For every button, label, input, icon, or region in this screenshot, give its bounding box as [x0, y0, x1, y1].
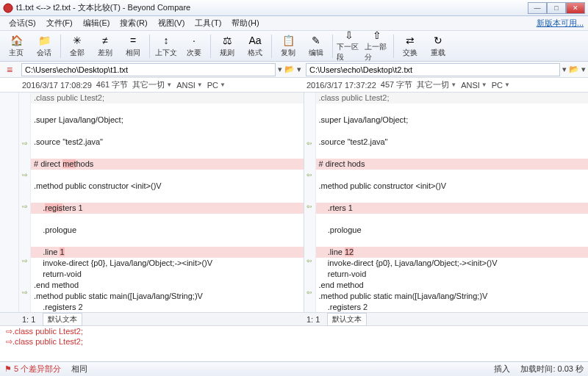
code-line[interactable]: .method public constructor <init>()V: [31, 181, 304, 192]
menu-view[interactable]: 视图(V): [154, 16, 190, 30]
code-line[interactable]: .end method: [316, 280, 589, 291]
code-line[interactable]: [316, 148, 589, 159]
dropdown-icon[interactable]: ▾: [562, 65, 567, 74]
code-line[interactable]: invoke-direct {p0}, Ljava/lang/Object;->…: [31, 258, 304, 269]
code-line[interactable]: .method public static main([Ljava/lang/S…: [31, 291, 304, 302]
browse-icon[interactable]: 📂: [284, 65, 295, 74]
all-button[interactable]: ✳全部: [64, 32, 90, 60]
code-line[interactable]: [31, 170, 304, 181]
minimize-button[interactable]: —: [528, 2, 547, 14]
code-line[interactable]: # direct methods: [31, 159, 304, 170]
code-line[interactable]: [316, 126, 589, 137]
right-enc1-dropdown[interactable]: ANSI▼: [461, 81, 487, 90]
code-line[interactable]: .method public constructor <init>()V: [316, 181, 589, 192]
menu-file[interactable]: 文件(F): [42, 16, 77, 30]
menu-search[interactable]: 搜索(R): [115, 16, 151, 30]
diff-button[interactable]: ≠差别: [92, 32, 118, 60]
merge-preview[interactable]: ⇨.class public Ltest2; ⇨.class public Lt…: [0, 326, 588, 361]
code-line[interactable]: return-void: [31, 269, 304, 280]
code-line[interactable]: .super Ljava/lang/Object;: [316, 115, 589, 126]
browse-icon[interactable]: 📂: [569, 65, 579, 74]
dropdown-icon[interactable]: ▾: [581, 65, 586, 74]
separator: [210, 35, 211, 58]
menu-session[interactable]: 会话(S): [4, 16, 40, 30]
left-enc2-dropdown[interactable]: PC▼: [207, 81, 226, 90]
right-encoding-label[interactable]: 默认文本: [327, 313, 367, 326]
code-line[interactable]: [31, 126, 304, 137]
diff-marker-icon: [304, 218, 315, 226]
menu-help[interactable]: 帮助(H): [227, 16, 263, 30]
code-line[interactable]: return-void: [316, 269, 589, 280]
context-button[interactable]: ↕上下文: [153, 32, 179, 60]
diff-marker-icon: [19, 163, 30, 171]
diff-marker-icon: [19, 187, 30, 195]
code-line[interactable]: # direct hods: [316, 159, 589, 170]
right-path-input[interactable]: [306, 63, 560, 76]
code-line[interactable]: .line 12: [316, 247, 589, 258]
code-line[interactable]: .super Ljava/lang/Object;: [31, 115, 304, 126]
next-section-button[interactable]: ⇩下一区段: [336, 32, 362, 60]
code-line[interactable]: .registers 2: [31, 302, 304, 312]
code-line[interactable]: .registers 2: [316, 302, 589, 312]
swap-button[interactable]: ⇄交换: [397, 32, 423, 60]
compare-mode-icon[interactable]: ≡: [0, 64, 19, 76]
close-button[interactable]: ✕: [566, 2, 585, 14]
prev-part-button[interactable]: ⇧上一部分: [364, 32, 390, 60]
rules-button[interactable]: ⚖规则: [214, 32, 240, 60]
code-line[interactable]: [316, 236, 589, 247]
diff-marker-icon: [19, 116, 30, 124]
left-encoding-label[interactable]: 默认文本: [43, 313, 82, 326]
code-line[interactable]: [316, 170, 589, 181]
edit-button[interactable]: ✎编辑: [303, 32, 329, 60]
update-link[interactable]: 新版本可用...: [537, 18, 584, 29]
diff-marker-icon: [19, 124, 30, 132]
code-line[interactable]: [316, 214, 589, 225]
diff-marker-icon: [19, 272, 30, 281]
reload-button[interactable]: ↻重载: [425, 32, 451, 60]
minor-button[interactable]: ·次要: [181, 32, 207, 60]
copy-button[interactable]: 📋复制: [275, 32, 301, 60]
same-button[interactable]: =相同: [120, 32, 146, 60]
session-button[interactable]: 📁会话: [31, 32, 57, 60]
code-line[interactable]: [31, 148, 304, 159]
left-path-input[interactable]: [21, 63, 276, 76]
menu-edit[interactable]: 编辑(E): [79, 16, 115, 30]
menu-tools[interactable]: 工具(T): [190, 16, 226, 30]
code-line[interactable]: [31, 104, 304, 115]
code-line[interactable]: .end method: [31, 280, 304, 291]
overview-gutter[interactable]: [0, 93, 19, 312]
home-button[interactable]: 🏠主页: [3, 32, 29, 60]
dropdown-icon[interactable]: ▾: [278, 65, 282, 74]
dropdown-icon[interactable]: ▾: [297, 65, 301, 74]
maximize-button[interactable]: □: [547, 2, 566, 14]
separator: [393, 35, 394, 58]
code-line[interactable]: .line 1: [31, 247, 304, 258]
format-button[interactable]: Aa格式: [242, 32, 268, 60]
left-enc1-dropdown[interactable]: ANSI▼: [176, 81, 203, 90]
code-line[interactable]: .class public Ltest2;: [31, 93, 304, 104]
code-line[interactable]: .prologue: [31, 225, 304, 236]
code-line[interactable]: .rters 1: [316, 203, 589, 214]
right-enc2-dropdown[interactable]: PC▼: [492, 81, 510, 90]
right-code[interactable]: .class public Ltest2;.super Ljava/lang/O…: [316, 93, 589, 312]
code-line[interactable]: [31, 236, 304, 247]
code-line[interactable]: .source "test2.java": [316, 137, 589, 148]
code-line[interactable]: .class public Ltest2;: [316, 93, 589, 104]
left-other-dropdown[interactable]: 其它一切▼: [132, 79, 172, 90]
code-line[interactable]: invoke-direct {p0}, Ljava/lang/Object;->…: [316, 258, 589, 269]
diff-marker-icon: [19, 218, 30, 226]
right-date: 2016/3/17 17:37:22: [306, 81, 376, 90]
left-code[interactable]: .class public Ltest2;.super Ljava/lang/O…: [31, 93, 304, 312]
copy-icon: 📋: [282, 34, 295, 47]
code-line[interactable]: [31, 214, 304, 225]
code-line[interactable]: .source "test2.java": [31, 137, 304, 148]
code-line[interactable]: .prologue: [316, 225, 589, 236]
right-other-dropdown[interactable]: 其它一切▼: [417, 79, 456, 90]
code-line[interactable]: .registers 1: [31, 203, 304, 214]
code-line[interactable]: .method public static main([Ljava/lang/S…: [316, 291, 589, 302]
code-line[interactable]: [316, 104, 589, 115]
code-line[interactable]: [31, 192, 304, 203]
edit-icon: ✎: [309, 34, 323, 47]
code-line[interactable]: [316, 192, 589, 203]
compare-area: ⇨⇨⇨⇨⇨ .class public Ltest2;.super Ljava/…: [0, 93, 588, 313]
